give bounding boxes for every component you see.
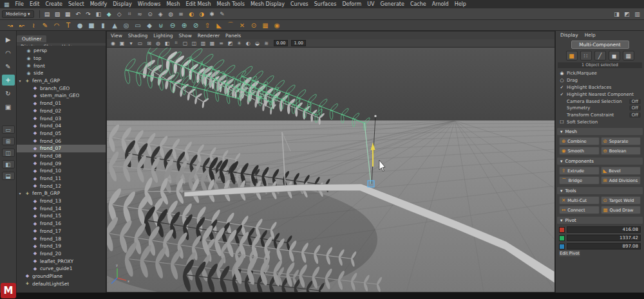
toolkit-button[interactable]: ↔ Connect	[559, 206, 600, 214]
viewport-menu-item[interactable]: Shading	[128, 33, 147, 39]
gamma-field[interactable]: 1.00	[291, 40, 305, 46]
menu-item[interactable]: Edit	[30, 1, 40, 7]
option-state-icon[interactable]: ☐	[559, 120, 565, 125]
menu-item[interactable]: File	[15, 1, 24, 7]
tool-settings-icon[interactable]: ◩	[622, 10, 632, 19]
menu-item[interactable]: Edit Mesh	[185, 1, 211, 7]
snap-plane-icon[interactable]: ◈	[156, 10, 166, 19]
layout-four-pane-icon[interactable]: ⊞	[2, 137, 15, 145]
make-live-icon[interactable]: ◍	[166, 10, 176, 19]
outliner-item[interactable]: frond_03	[17, 114, 106, 122]
option-value[interactable]: Off	[629, 113, 641, 118]
menu-item[interactable]: Mesh Tools	[217, 1, 245, 7]
toolkit-option[interactable]: ✓ Highlight Nearest Component	[559, 91, 641, 98]
3d-scene[interactable]: x y	[107, 48, 554, 292]
layout-split-icon[interactable]: ◧	[2, 160, 15, 168]
menu-item[interactable]: Arnold	[432, 1, 449, 7]
outliner-item[interactable]: frond_17	[17, 228, 106, 235]
toolkit-button[interactable]: ⊕ Combine	[559, 137, 600, 145]
separate-icon[interactable]: ⊘	[191, 21, 201, 30]
outliner-item[interactable]: frond_09	[17, 159, 106, 167]
selection-mask-component-icon[interactable]: ◇	[115, 10, 124, 19]
arc-tool-icon[interactable]: ◠	[52, 21, 62, 30]
smooth-mesh-icon[interactable]: ◉	[272, 21, 282, 30]
toolkit-button[interactable]: ⊖ Boolean	[601, 147, 641, 155]
pivot-value-field[interactable]: 1337.42	[567, 235, 641, 241]
outliner-item[interactable]: frond_05	[17, 130, 106, 138]
toolkit-option[interactable]: Symmetry Off	[559, 105, 641, 112]
toolkit-button[interactable]: ⌒ Bridge	[559, 176, 600, 185]
outliner-item[interactable]: frond_16	[17, 220, 106, 228]
outliner-item[interactable]: persp	[17, 47, 106, 55]
lighting-toggle-icon[interactable]: ✳	[235, 39, 243, 47]
toolkit-option[interactable]: Transform Constraint Off	[559, 112, 641, 119]
uv-mode-icon[interactable]: ▦	[623, 51, 634, 60]
grid-toggle-icon[interactable]: ⌗	[172, 39, 180, 47]
outliner-item[interactable]: curve_guide1	[17, 265, 106, 273]
paint-select-tool-icon[interactable]: ✎	[2, 61, 15, 72]
render-settings-icon[interactable]: ✱	[207, 10, 217, 19]
outliner-item[interactable]: frond_18	[17, 235, 106, 242]
bridge-icon[interactable]: ⌒	[225, 21, 236, 30]
expand-arrow-icon[interactable]: ▾	[17, 78, 23, 83]
outliner-item[interactable]: branch_GEO	[17, 84, 106, 92]
outliner-tab[interactable]: Outliner	[17, 35, 46, 42]
construction-history-icon[interactable]: ≡	[176, 10, 186, 19]
snap-grid-icon[interactable]: ⌗	[125, 10, 135, 19]
menu-item[interactable]: Surfaces	[314, 1, 337, 7]
object-mode-icon[interactable]: ■	[566, 51, 578, 60]
attribute-editor-icon[interactable]: ◨	[612, 10, 621, 19]
image-plane-icon[interactable]: ▭	[136, 39, 144, 47]
channel-box-icon[interactable]: ▥	[632, 10, 642, 19]
option-value[interactable]: Off	[629, 99, 641, 104]
ipr-render-icon[interactable]: ◑	[197, 10, 207, 19]
menuset-dropdown[interactable]: Modeling ▾	[2, 10, 34, 18]
pivot-value-field[interactable]: 416.08	[567, 226, 641, 233]
resolution-gate-icon[interactable]: ◫	[190, 39, 198, 47]
2d-pan-zoom-icon[interactable]: ⊞	[145, 39, 153, 47]
toolkit-button[interactable]: ⊞ Add Divisions	[601, 176, 641, 185]
curve-cv-icon[interactable]: ↝	[5, 21, 15, 30]
outliner-item[interactable]: leaflet_PROXY	[17, 257, 106, 265]
menu-item[interactable]: Help	[455, 1, 466, 7]
outliner-item[interactable]: frond_12	[17, 182, 106, 190]
menu-item[interactable]: Curves	[290, 1, 308, 7]
hud-toggle-icon[interactable]: ≡	[217, 39, 225, 47]
text-tool-icon[interactable]: T	[63, 21, 73, 30]
section-header-mesh[interactable]: ▾ Mesh	[557, 128, 643, 135]
toolkit-button[interactable]: ⇧ Extrude	[559, 167, 600, 175]
outliner-item[interactable]: frond_01	[17, 100, 106, 107]
lasso-tool-icon[interactable]: ◠	[2, 48, 15, 59]
pencil-curve-icon[interactable]: ✎	[40, 21, 50, 30]
toolkit-option[interactable]: ◉ Pick/Marquee	[559, 70, 641, 77]
poly-cone-icon[interactable]: ▲	[109, 21, 120, 30]
new-scene-icon[interactable]: ▤	[43, 10, 52, 19]
save-scene-icon[interactable]: ▦	[63, 10, 73, 19]
outliner-item[interactable]: frond_15	[17, 212, 106, 220]
exposure-field[interactable]: 0.00	[274, 40, 288, 46]
selection-mask-hierarchy-icon[interactable]: ◧	[94, 10, 104, 19]
toolkit-option[interactable]: ✓ Highlight Backfaces	[559, 84, 641, 91]
toolkit-option[interactable]: Camera Based Selection Off	[559, 98, 641, 105]
field-chart-icon[interactable]: ▦	[208, 39, 216, 47]
menu-item[interactable]: Cache	[410, 1, 426, 7]
expand-arrow-icon[interactable]: ▾	[17, 191, 23, 195]
outliner-item[interactable]: frond_07	[17, 145, 106, 152]
camera-attributes-icon[interactable]: ▣	[118, 39, 126, 47]
menu-item[interactable]: Deform	[342, 1, 361, 7]
bezier-curve-icon[interactable]: ≀	[28, 21, 39, 30]
poly-sphere-icon[interactable]: ●	[75, 21, 85, 30]
platonic-solid-icon[interactable]: ◆	[144, 21, 155, 30]
toolkit-menu-item[interactable]: Display	[560, 32, 578, 39]
edit-pivot-button[interactable]: Edit Pivot	[559, 250, 580, 257]
outliner-item[interactable]: frond_10	[17, 167, 106, 175]
gate-mask-icon[interactable]: ▥	[199, 39, 207, 47]
selection-mask-object-icon[interactable]: ◆	[104, 10, 114, 19]
poly-plane-icon[interactable]: ▭	[133, 21, 143, 30]
outliner-item[interactable]: defaultLightSet	[17, 280, 106, 287]
menu-item[interactable]: Display	[113, 1, 132, 7]
layout-hypershade-icon[interactable]: ⬓	[2, 172, 15, 180]
section-header-pivot[interactable]: ▾ Pivot	[557, 217, 643, 224]
outliner-item[interactable]: ▾ fern_B_GRP	[17, 190, 106, 197]
option-state-icon[interactable]: ✓	[559, 92, 565, 97]
